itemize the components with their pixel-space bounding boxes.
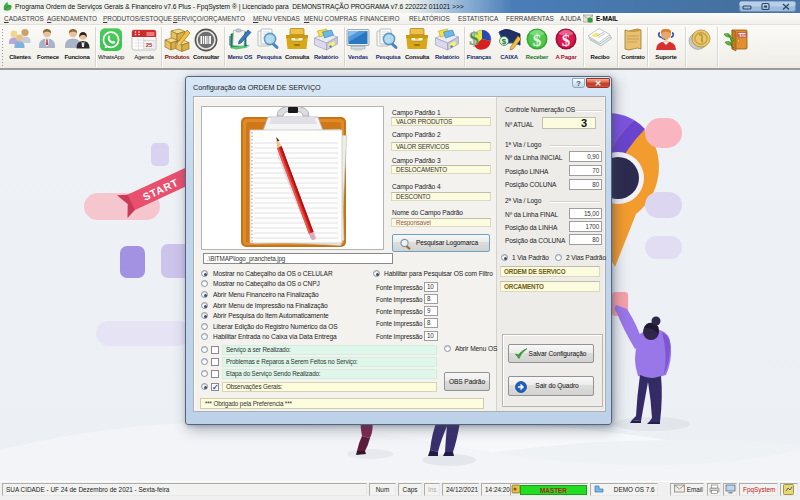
svg-text:$: $ bbox=[533, 31, 542, 50]
svg-text:$: $ bbox=[469, 28, 479, 49]
svg-text:$: $ bbox=[562, 31, 571, 50]
svg-text:EXIT: EXIT bbox=[738, 34, 747, 38]
svg-text:$: $ bbox=[502, 37, 507, 46]
svg-text:25: 25 bbox=[146, 42, 153, 48]
